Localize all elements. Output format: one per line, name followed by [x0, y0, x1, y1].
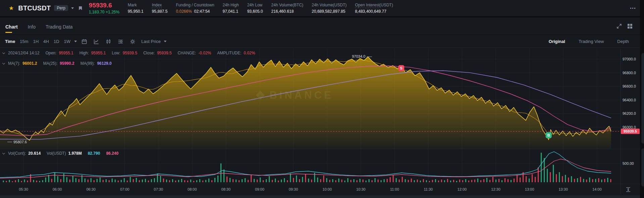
time-tick: 06:00 [53, 187, 62, 191]
open-value: 95955.1 [59, 51, 73, 55]
time-tick: 09:30 [289, 187, 298, 191]
collapse-chevron-icon[interactable] [2, 151, 5, 154]
collapse-chevron-icon[interactable] [2, 51, 5, 54]
close-value: 95939.5 [157, 51, 172, 55]
sell-marker: S [398, 65, 404, 71]
price-tick: 96600.0 [623, 84, 636, 88]
candle-datetime: 2024/12/04 14:12 [8, 51, 39, 55]
time-tick: 12:30 [491, 187, 501, 191]
visible-high-label: 97034.0 [352, 54, 365, 58]
ma7-value: 96001.2 [22, 61, 37, 66]
chart-canvas[interactable]: 97034.095807.6SB97000.096800.096600.0964… [0, 0, 644, 198]
price-scale-fit-icon[interactable] [625, 187, 631, 193]
right-panel-card-edge [641, 53, 644, 144]
high-value: 95955.1 [91, 51, 106, 55]
low-value: 95939.5 [123, 51, 137, 55]
time-tick: 07:00 [120, 187, 130, 191]
time-tick: 07:30 [154, 187, 163, 191]
vol-ma-slow-value: 86.240 [106, 151, 119, 156]
time-tick: 05:30 [19, 187, 28, 191]
change-value: -0.02% [198, 51, 211, 55]
ma-legend-row: MA(7):96001.2 MA(25):95990.2 MA(99):9612… [3, 61, 112, 66]
time-tick: 13:00 [525, 187, 534, 191]
price-series [0, 57, 611, 149]
volume-legend-row: Vol(Cont):20.614 Vol(USDT)1.978M 82.790 … [3, 151, 119, 156]
time-tick: 08:30 [221, 187, 231, 191]
time-tick: 06:30 [86, 187, 96, 191]
visible-low-label: 95807.6 [13, 140, 27, 144]
time-tick: 10:30 [356, 187, 366, 191]
bottom-panel-edge [0, 195, 644, 198]
vol-usdt-value: 1.978M [68, 151, 82, 156]
time-tick: 08:00 [188, 187, 197, 191]
time-tick: 10:00 [322, 187, 332, 191]
time-tick: 09:00 [255, 187, 265, 191]
svg-text:B: B [547, 133, 550, 137]
price-tick: 96400.0 [623, 98, 636, 102]
time-tick: 11:30 [424, 187, 433, 191]
svg-text:S: S [400, 66, 402, 70]
time-tick: 14:00 [592, 187, 602, 191]
vol-ma-fast-value: 82.790 [88, 151, 100, 156]
amplitude-value: 0.02% [244, 51, 255, 55]
buy-marker: B [546, 132, 552, 138]
time-tick: 11:00 [390, 187, 399, 191]
ma25-value: 95990.2 [60, 61, 74, 66]
volume-bars [3, 153, 611, 182]
ma99-value: 96129.0 [97, 61, 111, 66]
price-area-fill [0, 57, 611, 149]
right-panel-card-edge [641, 148, 644, 187]
time-tick: 12:00 [457, 187, 467, 191]
price-tick: 96200.0 [623, 111, 636, 115]
price-tick: 96800.0 [623, 71, 636, 75]
ohlc-row: 2024/12/04 14:12 Open:95955.1 High:95955… [3, 51, 255, 55]
price-tick: 96000.0 [623, 125, 636, 129]
last-price-badge-value: 95939.5 [624, 129, 637, 133]
futures-chart-page: ★ BTCUSDT Perp 95939.6 1,183.70 +1.25% M… [0, 0, 644, 198]
vol-cont-value: 20.614 [28, 151, 41, 156]
collapse-chevron-icon[interactable] [2, 61, 5, 64]
price-tick: 97000.0 [623, 57, 636, 61]
volume-tick: 500.00 [623, 161, 634, 165]
right-panel-edge [640, 0, 644, 198]
time-tick: 13:30 [559, 187, 568, 191]
